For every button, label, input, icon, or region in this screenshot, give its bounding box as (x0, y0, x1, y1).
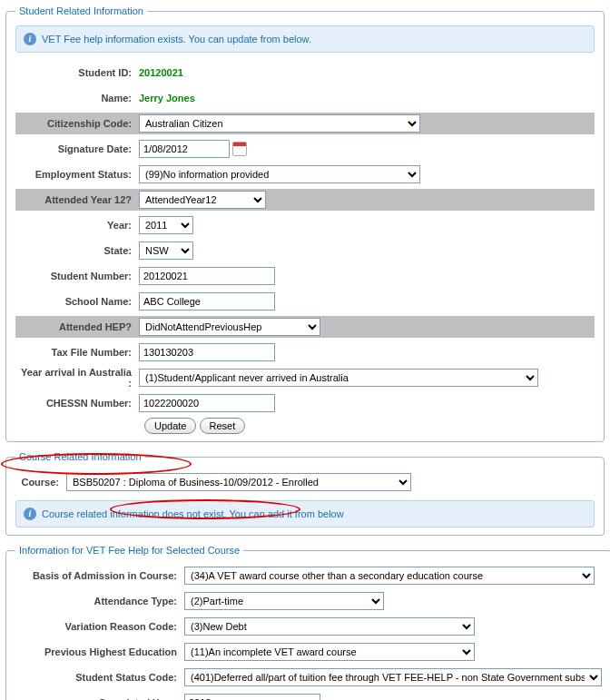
year-select[interactable]: 2011 (139, 216, 193, 234)
attended-hep-row: Attended HEP? DidNotAttendPreviousHep (15, 316, 595, 338)
course-select[interactable]: BSB50207 : Diploma of Business-10/09/201… (66, 473, 411, 491)
signature-date-label: Signature Date: (15, 143, 139, 154)
employment-status-row: Employment Status: (99)No information pr… (15, 163, 595, 185)
year-arrival-select[interactable]: (1)Student/Applicant never arrived in Au… (139, 369, 538, 387)
course-related-fieldset: Course Related Information Course: BSB50… (5, 451, 605, 536)
state-row: State: NSW (15, 240, 595, 261)
employment-status-select[interactable]: (99)No information provided (139, 165, 420, 183)
basis-select[interactable]: (34)A VET award course other than a seco… (184, 567, 595, 585)
course-banner-text: Course related information does not exis… (42, 508, 344, 519)
state-select[interactable]: NSW (139, 242, 193, 260)
attended-y12-select[interactable]: AttendedYear12 (139, 191, 266, 209)
variation-select[interactable]: (3)New Debt (184, 617, 475, 636)
vet-fee-fieldset: Information for VET Fee Help for Selecte… (5, 545, 610, 700)
student-number-row: Student Number: (15, 265, 595, 287)
info-icon: i (24, 508, 36, 520)
attendance-row: Attendance Type: (2)Part-time (15, 590, 602, 612)
status-code-select[interactable]: (401)Deferred all/part of tuition fee th… (184, 668, 602, 686)
course-info-banner: i Course related information does not ex… (15, 500, 595, 527)
chessn-label: CHESSN Number: (15, 398, 139, 409)
course-label: Course: (15, 477, 66, 488)
reset-button[interactable]: Reset (200, 418, 246, 434)
student-banner-text: VET Fee help information exists. You can… (42, 34, 311, 44)
student-number-label: Student Number: (15, 271, 139, 281)
citizenship-select[interactable]: Australian Citizen (139, 114, 420, 133)
completed-year-input[interactable] (184, 694, 320, 700)
attended-y12-row: Attended Year 12? AttendedYear12 (15, 189, 595, 211)
basis-row: Basis of Admission in Course: (34)A VET … (15, 565, 602, 587)
student-section-legend: Student Related Information (15, 5, 147, 16)
employment-status-label: Employment Status: (15, 169, 139, 180)
student-related-fieldset: Student Related Information i VET Fee he… (5, 5, 605, 442)
student-name-label: Name: (15, 93, 139, 104)
course-section-legend: Course Related Information (15, 451, 145, 462)
vet-section-legend: Information for VET Fee Help for Selecte… (15, 545, 243, 556)
school-name-label: School Name: (15, 296, 139, 307)
attendance-label: Attendance Type: (15, 596, 184, 606)
status-code-label: Student Status Code: (15, 672, 184, 683)
tfn-row: Tax File Number: (15, 341, 595, 363)
prev-edu-label: Previous Highest Education (15, 646, 184, 657)
state-label: State: (15, 245, 139, 256)
signature-date-input[interactable] (139, 140, 230, 158)
tfn-input[interactable] (139, 343, 275, 361)
attended-y12-label: Attended Year 12? (15, 194, 139, 205)
student-number-input[interactable] (139, 267, 275, 285)
year-label: Year: (15, 220, 139, 231)
student-id-value: 20120021 (139, 67, 595, 78)
student-name-row: Name: Jerry Jones (15, 87, 595, 109)
citizenship-row: Citizenship Code: Australian Citizen (15, 113, 595, 134)
prev-edu-select[interactable]: (11)An incomplete VET award course (184, 643, 475, 661)
calendar-icon[interactable] (232, 142, 247, 156)
variation-label: Variation Reason Code: (15, 621, 184, 632)
student-info-banner: i VET Fee help information exists. You c… (15, 25, 595, 53)
student-id-label: Student ID: (15, 67, 139, 78)
attendance-select[interactable]: (2)Part-time (184, 592, 384, 610)
year-row: Year: 2011 (15, 214, 595, 236)
school-name-input[interactable] (139, 292, 275, 311)
chessn-row: CHESSN Number: (15, 392, 595, 414)
year-arrival-label: Year arrival in Australia : (15, 367, 139, 389)
signature-date-row: Signature Date: (15, 138, 595, 160)
student-name-value: Jerry Jones (139, 93, 595, 104)
school-name-row: School Name: (15, 291, 595, 312)
prev-edu-row: Previous Highest Education (11)An incomp… (15, 641, 602, 663)
year-arrival-row: Year arrival in Australia : (1)Student/A… (15, 367, 595, 389)
tfn-label: Tax File Number: (15, 347, 139, 358)
student-button-row: Update Reset (15, 418, 595, 434)
citizenship-label: Citizenship Code: (15, 118, 139, 129)
variation-row: Variation Reason Code: (3)New Debt (15, 616, 602, 637)
attended-hep-select[interactable]: DidNotAttendPreviousHep (139, 318, 320, 336)
update-button[interactable]: Update (144, 418, 196, 434)
student-id-row: Student ID: 20120021 (15, 62, 595, 84)
attended-hep-label: Attended HEP? (15, 321, 139, 332)
completed-year-row: Completed Year: (15, 692, 602, 700)
basis-label: Basis of Admission in Course: (15, 570, 184, 581)
course-row: Course: BSB50207 : Diploma of Business-1… (15, 471, 595, 493)
status-code-row: Student Status Code: (401)Deferred all/p… (15, 666, 602, 688)
chessn-input[interactable] (139, 394, 275, 412)
info-icon: i (24, 33, 36, 45)
